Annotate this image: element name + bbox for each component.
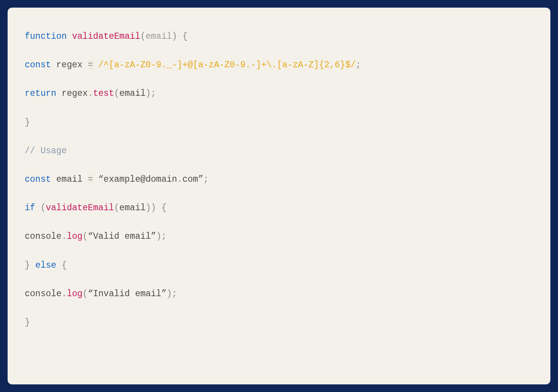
function-name: validateEmail xyxy=(46,203,114,213)
operator-equals: = xyxy=(88,175,93,184)
string-value: Invalid email xyxy=(93,289,161,299)
variable: email xyxy=(51,175,88,184)
code-line-11: } xyxy=(25,316,533,329)
code-line-2: const regex = /^[a-zA-Z0-9._-]+@[a-zA-Z0… xyxy=(25,59,533,71)
space xyxy=(56,260,62,270)
keyword-if: if xyxy=(25,203,35,213)
code-line-10: console.log(“Invalid email”); xyxy=(25,288,533,300)
dot: . xyxy=(177,175,182,184)
brace: } xyxy=(25,317,30,327)
string-value: Valid email xyxy=(93,232,151,241)
brace: } xyxy=(25,260,30,270)
argument: email xyxy=(119,203,145,213)
console: console xyxy=(25,232,62,241)
paren: ( xyxy=(35,203,46,213)
operator-equals: = xyxy=(88,60,93,70)
string-quote: “ xyxy=(88,289,93,299)
paren: ) xyxy=(145,203,151,213)
dot: . xyxy=(62,232,67,241)
keyword-return: return xyxy=(25,89,56,98)
paren: ( xyxy=(83,289,88,299)
keyword-function: function xyxy=(25,32,67,41)
string-quote: “ xyxy=(98,175,104,184)
argument: email xyxy=(120,89,146,98)
code-block: function validateEmail(email) { const re… xyxy=(8,8,550,384)
string-quote: ” xyxy=(151,232,156,241)
console: console xyxy=(25,289,62,299)
space xyxy=(93,175,98,184)
string-quote: “ xyxy=(88,232,93,241)
brace: { xyxy=(62,260,67,270)
code-line-1: function validateEmail(email) { xyxy=(25,30,533,43)
brace: } xyxy=(25,117,30,127)
code-line-6: const email = “example@domain.com”; xyxy=(25,173,533,186)
space xyxy=(93,60,98,70)
code-line-5: // Usage xyxy=(25,145,533,157)
string-quote: ” xyxy=(161,289,167,299)
function-name: validateEmail xyxy=(72,32,140,41)
paren: ) xyxy=(146,89,151,98)
paren: ( xyxy=(114,89,120,98)
code-line-8: console.log(“Valid email”); xyxy=(25,230,533,243)
keyword-const: const xyxy=(25,60,51,70)
paren: ) xyxy=(156,232,161,241)
brace: { xyxy=(182,32,188,41)
brace: { xyxy=(161,203,167,213)
string-value: com xyxy=(182,175,198,184)
semicolon: ; xyxy=(161,232,167,241)
code-line-3: return regex.test(email); xyxy=(25,87,533,100)
paren: ) xyxy=(167,289,172,299)
paren: ( xyxy=(114,203,120,213)
semicolon: ; xyxy=(356,60,361,70)
paren: ) xyxy=(151,203,156,213)
paren: ) xyxy=(172,32,177,41)
string-value: example@domain xyxy=(104,175,177,184)
comment: // Usage xyxy=(25,146,67,156)
variable: regex xyxy=(56,89,88,98)
semicolon: ; xyxy=(172,289,177,299)
dot: . xyxy=(88,89,93,98)
code-line-7: if (validateEmail(email)) { xyxy=(25,202,533,214)
code-line-9: } else { xyxy=(25,259,533,271)
variable: regex xyxy=(51,60,88,70)
dot: . xyxy=(62,289,67,299)
keyword-else: else xyxy=(35,260,56,270)
code-line-4: } xyxy=(25,116,533,129)
paren: ( xyxy=(140,32,146,41)
param: email xyxy=(145,32,172,41)
string-quote: ” xyxy=(198,175,204,184)
method-log: log xyxy=(67,289,82,299)
method: test xyxy=(93,89,114,98)
paren: ( xyxy=(83,232,88,241)
space xyxy=(30,260,35,270)
regex-literal: /^[a-zA-Z0-9._-]+@[a-zA-Z0-9.-]+\.[a-zA-… xyxy=(98,60,356,70)
keyword-const: const xyxy=(25,175,51,184)
method-log: log xyxy=(67,232,82,241)
semicolon: ; xyxy=(203,175,209,184)
semicolon: ; xyxy=(151,89,156,98)
